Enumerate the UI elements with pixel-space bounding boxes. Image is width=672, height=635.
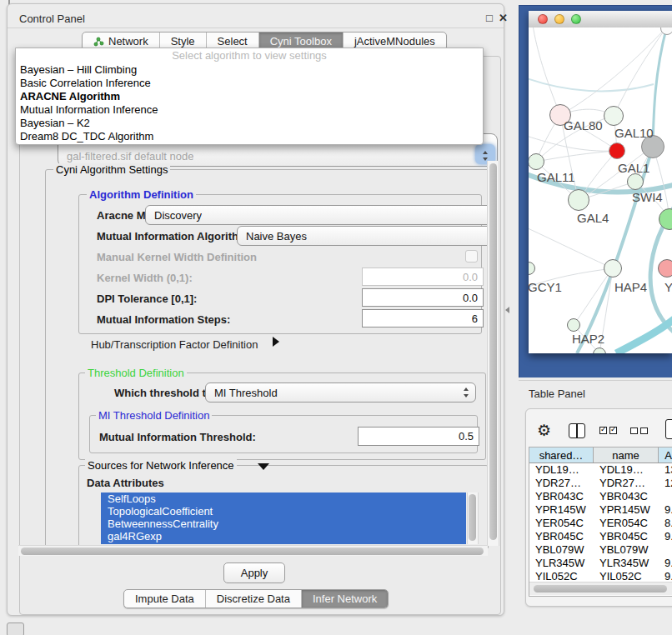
table-hscrollbar[interactable] (529, 582, 672, 595)
dpi-tolerance-field[interactable]: 0.0 (362, 288, 484, 307)
network-node-hap4[interactable] (604, 259, 622, 278)
network-node-pink-right[interactable] (658, 259, 672, 278)
clear-checks-icon[interactable] (630, 428, 638, 434)
clear-checks-icon[interactable] (640, 428, 648, 434)
minimize-traffic-icon[interactable] (554, 14, 564, 24)
algorithm-option[interactable]: Bayesian – Hill Climbing (16, 63, 483, 77)
manual-kernel-label: Manual Kernel Width Definition (97, 251, 257, 263)
split-pane-icon[interactable] (569, 423, 585, 438)
network-node-gal4[interactable] (568, 189, 589, 211)
table-row[interactable]: YDL19…YDL19…13 (529, 463, 672, 477)
group-title: Cyni Algorithm Settings (53, 163, 170, 176)
node-label: HAP4 (614, 280, 647, 294)
dpi-tolerance-label: DPI Tolerance [0,1]: (97, 292, 197, 305)
zoom-traffic-icon[interactable] (571, 14, 581, 24)
mi-threshold-label: Mutual Information Threshold: (99, 431, 256, 443)
select-all-checks-icon[interactable]: ✓ (609, 427, 617, 434)
table-row[interactable]: YER054CYER054C8. (529, 517, 672, 530)
bottom-tab-bar: Impute Data Discretize Data Infer Networ… (123, 589, 389, 608)
algorithm-option[interactable]: Mutual Information Inference (16, 103, 483, 117)
list-item[interactable]: TopologicalCoefficient (101, 505, 466, 518)
list-item[interactable]: BetweennessCentrality (101, 518, 466, 530)
threshold-definition-title: Threshold Definition (85, 367, 187, 379)
node-label: GAL11 (537, 170, 575, 184)
table-row[interactable]: YPR145WYPR145W9. (529, 503, 672, 517)
algorithm-option[interactable]: Bayesian – K2 (16, 117, 483, 130)
table-row[interactable]: YDR27…YDR27…12 (529, 477, 672, 490)
float-window-icon[interactable]: □ (486, 12, 493, 23)
node-label: GAL1 (618, 161, 649, 175)
sources-title: Sources for Network Inference (85, 459, 237, 472)
table-panel-title: Table Panel (529, 388, 585, 400)
mi-threshold-field[interactable]: 0.5 (358, 427, 479, 446)
table-row[interactable]: YLR345WYLR345W9. (529, 557, 672, 570)
column-header-partial[interactable]: A (659, 448, 672, 462)
list-scrollbar[interactable] (467, 492, 479, 544)
which-threshold-combobox[interactable]: MI Threshold (205, 382, 476, 402)
table-row[interactable]: YBR045CYBR045C9. (529, 530, 672, 543)
select-all-checks-icon[interactable]: ✓ (599, 427, 607, 434)
data-attributes-label: Data Attributes (87, 477, 164, 489)
close-window-icon[interactable]: ✕ (499, 12, 508, 23)
node-label: GAL4 (577, 211, 609, 225)
network-node-swi4[interactable] (627, 173, 644, 190)
data-attributes-list[interactable]: SelfLoops TopologicalCoefficient Between… (101, 492, 466, 544)
screen: Control Panel □ ✕ Network Style Select C… (0, 0, 672, 635)
mi-steps-field[interactable]: 6 (362, 309, 484, 328)
network-node-selected-red[interactable] (609, 142, 625, 159)
network-window-titlebar[interactable] (529, 11, 672, 28)
scrollbar-thumb[interactable] (469, 494, 476, 541)
divider (8, 28, 504, 28)
algorithm-option[interactable]: Dream8 DC_TDC Algorithm (16, 130, 483, 143)
network-canvas[interactable]: GAL80 GAL10 GAL1 GAL11 SWI4 GAL4 GCY1 HA… (529, 28, 672, 353)
aracne-mode-combobox[interactable]: Discovery (145, 205, 489, 225)
settings-hscrollbar[interactable] (18, 545, 488, 556)
apply-button[interactable]: Apply (223, 562, 285, 583)
manual-kernel-checkbox (465, 250, 478, 262)
node-label: GCY1 (529, 280, 562, 294)
scrollbar-thumb[interactable] (534, 585, 667, 592)
tab-impute-data[interactable]: Impute Data (124, 590, 205, 608)
kernel-width-label: Kernel Width (0,1): (97, 272, 193, 284)
gear-icon[interactable]: ⚙ (537, 422, 551, 438)
tab-label: Network (108, 35, 148, 48)
list-item[interactable]: SelfLoops (101, 492, 466, 505)
collapse-down-icon[interactable] (258, 463, 269, 470)
algorithm-dropdown-list: Select algorithm to view settings Bayesi… (15, 48, 484, 145)
divider (519, 380, 672, 381)
tab-discretize-data[interactable]: Discretize Data (205, 590, 301, 608)
settings-vscrollbar[interactable] (487, 161, 499, 546)
network-node-hap2[interactable] (567, 318, 580, 332)
column-header-shared-name[interactable]: shared… (529, 448, 594, 462)
table-row[interactable]: YBR043CYBR043C (529, 490, 672, 503)
mi-type-combobox[interactable]: Naive Bayes (237, 226, 489, 246)
node-label: GAL80 (564, 118, 603, 132)
algorithm-option-selected[interactable]: ARACNE Algorithm (16, 90, 483, 103)
scrollbar-thumb[interactable] (489, 163, 497, 540)
network-icon (93, 37, 104, 47)
mi-threshold-group-title: MI Threshold Definition (96, 409, 212, 422)
splitter-collapse-icon[interactable] (505, 307, 509, 313)
scrollbar-thumb[interactable] (21, 548, 484, 555)
kernel-width-field: 0.0 (362, 268, 484, 286)
network-window[interactable]: GAL80 GAL10 GAL1 GAL11 SWI4 GAL4 GCY1 HA… (529, 11, 672, 353)
list-item[interactable]: gal4RGexp (101, 530, 466, 542)
table-row[interactable]: YBL079WYBL079W (529, 543, 672, 557)
dropdown-prompt: Select algorithm to view settings (16, 48, 483, 63)
network-node-gal10[interactable] (604, 106, 624, 126)
tab-infer-network[interactable]: Infer Network (301, 590, 388, 608)
document-icon[interactable] (665, 419, 672, 439)
node-label: SWI4 (632, 190, 663, 204)
network-node-gal11[interactable] (529, 153, 544, 170)
node-label: GAL10 (614, 126, 654, 140)
column-header-name[interactable]: name (594, 448, 659, 462)
collapsed-panel-button[interactable] (7, 622, 24, 635)
hub-section-label: Hub/Transcription Factor Definition (91, 338, 258, 351)
close-traffic-icon[interactable] (538, 14, 548, 24)
expand-right-icon[interactable] (273, 337, 279, 347)
settings-viewport: Cyni Algorithm Settings Algorithm Defini… (23, 162, 489, 548)
panel-title: Control Panel (19, 12, 85, 25)
mi-steps-label: Mutual Information Steps: (97, 313, 230, 326)
algorithm-option[interactable]: Basic Correlation Inference (16, 77, 483, 90)
node-label: HAP2 (572, 332, 604, 346)
